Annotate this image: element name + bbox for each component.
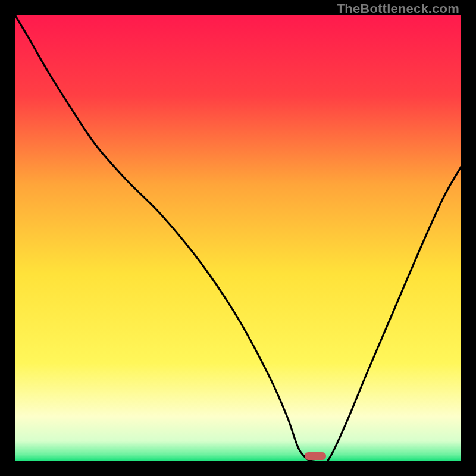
watermark-text: TheBottleneck.com — [337, 1, 459, 17]
bottleneck-curve — [15, 15, 461, 461]
optimal-marker — [305, 452, 326, 460]
plot-area — [15, 15, 461, 461]
curve-path — [15, 15, 461, 461]
chart-frame: TheBottleneck.com — [0, 0, 476, 476]
